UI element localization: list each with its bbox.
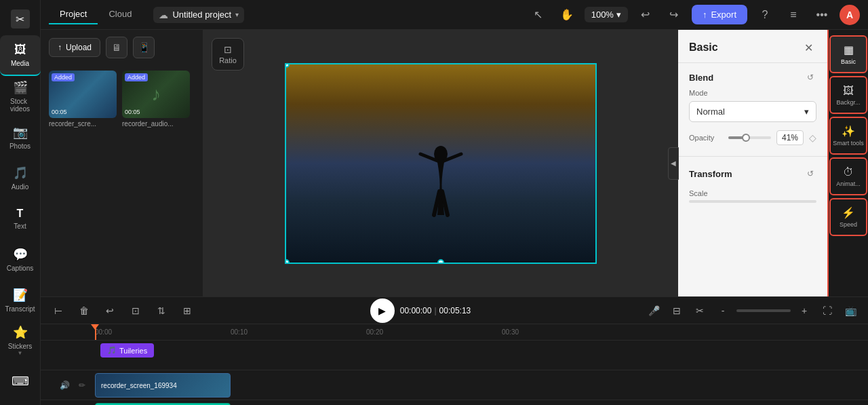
sidebar-item-stickers[interactable]: ⭐ Stickers ▼ bbox=[0, 320, 41, 361]
media-thumb-video[interactable]: Added 00:05 bbox=[49, 71, 117, 118]
hand-tool-btn[interactable]: ✋ bbox=[556, 4, 578, 26]
cut-btn[interactable]: ✂ bbox=[690, 301, 709, 320]
transcript-icon: 📝 bbox=[13, 288, 28, 303]
smart-panel-label: Smart tools bbox=[833, 140, 864, 147]
far-right-item-animate[interactable]: ⏱ Animat... bbox=[829, 157, 867, 195]
sidebar-item-photos[interactable]: 📷 Photos bbox=[0, 117, 41, 157]
timeline-undo-btn[interactable]: ↩ bbox=[100, 301, 119, 320]
captions-label: Captions bbox=[7, 265, 33, 272]
blend-reset-btn[interactable]: ↺ bbox=[804, 71, 816, 83]
playhead[interactable] bbox=[95, 324, 96, 340]
close-panel-btn[interactable]: ✕ bbox=[800, 39, 816, 56]
zoom-in-btn[interactable]: + bbox=[795, 301, 814, 320]
media-icon: 🖼 bbox=[14, 43, 26, 57]
audio-duration: 00:05 bbox=[125, 109, 140, 115]
stickers-icon: ⭐ bbox=[13, 325, 28, 340]
list-item: Added 00:05 recorder_scre... bbox=[49, 71, 117, 128]
mic-btn[interactable]: 🎤 bbox=[644, 301, 663, 320]
sidebar-item-media[interactable]: 🖼 Media bbox=[0, 35, 41, 76]
tab-project[interactable]: Project bbox=[49, 5, 98, 24]
section-divider bbox=[678, 156, 827, 157]
project-title: Untitled project bbox=[172, 9, 231, 20]
zoom-value: 100% bbox=[591, 9, 614, 20]
speed-panel-icon: ⚡ bbox=[842, 206, 855, 219]
collapse-panel-btn[interactable]: ◀ bbox=[668, 147, 679, 180]
ratio-icon: ⊡ bbox=[224, 44, 232, 55]
handle-bottom-center[interactable] bbox=[437, 259, 444, 264]
upload-icon: ↑ bbox=[58, 43, 62, 52]
timeline-more-btn[interactable]: ⊞ bbox=[178, 301, 197, 320]
person-silhouette bbox=[414, 140, 468, 222]
opacity-slider[interactable] bbox=[728, 136, 771, 139]
video-track-volume[interactable]: 🔊 bbox=[57, 378, 72, 393]
canvas-area: ⊡ Ratio bbox=[203, 30, 678, 296]
top-bar: Project Cloud ☁ Untitled project ▾ ↖ ✋ 1… bbox=[41, 0, 868, 30]
project-title-chevron: ▾ bbox=[235, 11, 239, 18]
more-btn[interactable]: ••• bbox=[811, 4, 833, 26]
ruler-mark-1: 00:10 bbox=[231, 328, 248, 336]
app-logo[interactable]: ✂ bbox=[11, 9, 30, 28]
zoom-slider[interactable] bbox=[736, 309, 791, 312]
fullscreen-btn[interactable]: ⛶ bbox=[818, 301, 837, 320]
zoom-out-btn[interactable]: - bbox=[713, 301, 732, 320]
sidebar-item-text[interactable]: T Text bbox=[0, 198, 41, 239]
scale-slider[interactable] bbox=[689, 200, 816, 203]
far-right-item-smart[interactable]: ✨ Smart tools bbox=[829, 117, 867, 155]
zoom-control[interactable]: 100% ▾ bbox=[585, 7, 628, 22]
user-avatar[interactable]: A bbox=[840, 5, 860, 25]
sidebar-item-stock[interactable]: 🎬 Stockvideos bbox=[0, 76, 41, 117]
redo-btn[interactable]: ↪ bbox=[663, 4, 685, 26]
timeline-delete-btn[interactable]: 🗑 bbox=[75, 301, 94, 320]
speed-panel-label: Speed bbox=[840, 221, 857, 228]
project-title-area[interactable]: ☁ Untitled project ▾ bbox=[153, 7, 244, 23]
sidebar-item-audio[interactable]: 🎵 Audio bbox=[0, 157, 41, 198]
timeline-split-btn[interactable]: ⊢ bbox=[49, 301, 68, 320]
music-track-clip[interactable]: 🎵 Tuileries bbox=[100, 343, 154, 358]
stock-label: Stockvideos bbox=[10, 98, 30, 113]
opacity-reset-btn[interactable]: ◇ bbox=[809, 132, 816, 143]
zoom-chevron: ▾ bbox=[616, 9, 621, 20]
undo-btn[interactable]: ↩ bbox=[635, 4, 656, 26]
ratio-button[interactable]: ⊡ Ratio bbox=[212, 38, 244, 71]
smart-panel-icon: ✨ bbox=[842, 125, 855, 138]
far-right-item-background[interactable]: 🖼 Backgr... bbox=[829, 76, 867, 114]
timeline-flip-btn[interactable]: ⇅ bbox=[152, 301, 171, 320]
far-right-item-speed[interactable]: ⚡ Speed bbox=[829, 198, 867, 236]
video-name: recorder_scre... bbox=[49, 120, 117, 128]
video-duration: 00:05 bbox=[52, 109, 67, 115]
menu-btn[interactable]: ≡ bbox=[783, 4, 804, 26]
play-button[interactable]: ▶ bbox=[370, 298, 395, 323]
table-row: 🎵 Tuileries bbox=[41, 341, 868, 370]
sidebar-item-keyboard[interactable]: ⌨ bbox=[0, 361, 41, 402]
export-button[interactable]: ↑ Export bbox=[692, 5, 747, 24]
transform-reset-btn[interactable]: ↺ bbox=[804, 168, 816, 180]
media-panel-header: ↑ Upload 🖥 📱 bbox=[41, 30, 203, 65]
cursor-tool-btn[interactable]: ↖ bbox=[528, 4, 549, 26]
video-track-clip[interactable]: recorder_screen_169934 bbox=[95, 373, 231, 398]
opacity-thumb[interactable] bbox=[742, 134, 750, 142]
time-display: 00:00:00 | 00:05:13 bbox=[400, 306, 471, 315]
animate-panel-icon: ⏱ bbox=[843, 166, 854, 178]
transform-section-header: Transform ↺ bbox=[678, 159, 827, 185]
blend-mode-select[interactable]: Normal ▾ bbox=[689, 101, 816, 122]
cast-btn[interactable]: 📺 bbox=[841, 301, 860, 320]
upload-button[interactable]: ↑ Upload bbox=[49, 38, 100, 57]
sidebar-item-transcript[interactable]: 📝 Transcript bbox=[0, 279, 41, 320]
timeline-crop-btn[interactable]: ⊡ bbox=[126, 301, 145, 320]
subtitle-btn[interactable]: ⊟ bbox=[667, 301, 686, 320]
sidebar-item-captions[interactable]: 💬 Captions bbox=[0, 239, 41, 279]
media-thumb-audio[interactable]: Added ♪ 00:05 bbox=[122, 71, 190, 118]
tabs-area: Project Cloud bbox=[49, 5, 142, 24]
tab-cloud[interactable]: Cloud bbox=[98, 5, 142, 24]
phone-btn[interactable]: 📱 bbox=[133, 37, 155, 58]
transcript-label: Transcript bbox=[5, 305, 35, 313]
video-track-edit[interactable]: ✏ bbox=[75, 378, 90, 393]
export-icon: ↑ bbox=[703, 9, 707, 20]
far-right-item-basic[interactable]: ▦ Basic bbox=[829, 35, 867, 73]
text-icon: T bbox=[17, 208, 24, 220]
basic-panel-icon: ▦ bbox=[844, 43, 854, 56]
scale-label: Scale bbox=[678, 185, 827, 200]
monitor-btn[interactable]: 🖥 bbox=[106, 37, 127, 58]
help-btn[interactable]: ? bbox=[754, 4, 776, 26]
upload-label: Upload bbox=[66, 43, 92, 52]
